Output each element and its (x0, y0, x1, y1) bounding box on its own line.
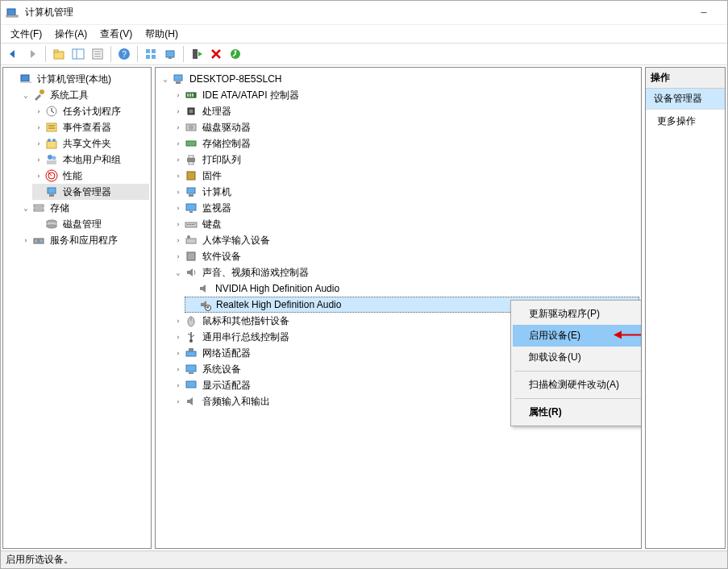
tree-disk-mgmt[interactable]: 磁盘管理 (32, 216, 149, 232)
tree-label: 磁盘管理 (61, 217, 103, 232)
minimize-button[interactable]: ─ (685, 1, 722, 25)
expand-icon[interactable]: › (173, 123, 183, 132)
tree-ide-controllers[interactable]: ›IDE ATA/ATAPI 控制器 (172, 87, 639, 103)
tree-nvidia-audio[interactable]: NVIDIA High Definition Audio (185, 280, 639, 297)
ctx-properties[interactable]: 属性(R) (513, 401, 642, 423)
ctx-enable-device[interactable]: 启用设备(E) (513, 325, 642, 347)
ctx-uninstall[interactable]: 卸载设备(U) (513, 347, 642, 368)
uninstall-button[interactable] (207, 45, 225, 63)
svg-rect-20 (21, 75, 29, 81)
tree-label: 存储控制器 (201, 136, 252, 152)
monitor-icon (185, 201, 198, 214)
ctx-update-driver[interactable]: 更新驱动程序(P) (513, 303, 642, 325)
expand-icon[interactable]: › (173, 90, 183, 100)
forward-button[interactable] (23, 45, 41, 63)
expand-icon[interactable]: › (34, 123, 44, 132)
menu-help[interactable]: 帮助(H) (139, 26, 185, 43)
tree-local-users[interactable]: ›本地用户和组 (32, 152, 149, 168)
tree-shared-folders[interactable]: ›共享文件夹 (32, 135, 149, 152)
show-hide-tree-button[interactable] (69, 45, 87, 63)
tree-hid[interactable]: ›人体学输入设备 (172, 232, 639, 248)
actions-selected-node[interactable]: 设备管理器 (646, 89, 725, 110)
cpu-icon (185, 105, 198, 118)
tree-sound-controllers[interactable]: ⌄ 声音、视频和游戏控制器 (172, 264, 639, 280)
expand-icon[interactable]: › (173, 219, 183, 229)
back-button[interactable] (4, 45, 22, 63)
tree-computers[interactable]: ›计算机 (172, 184, 639, 200)
firmware-icon (185, 169, 198, 182)
expand-icon[interactable]: › (173, 171, 183, 181)
tree-services-apps[interactable]: ›服务和应用程序 (19, 232, 149, 248)
expand-icon[interactable]: › (34, 155, 44, 164)
actions-more-link[interactable]: 更多操作 (646, 110, 725, 133)
svg-rect-30 (47, 160, 56, 164)
hid-icon (185, 234, 198, 247)
tree-disk-drives[interactable]: ›磁盘驱动器 (172, 119, 639, 135)
expand-icon[interactable]: › (21, 235, 31, 245)
expand-icon[interactable]: › (173, 106, 183, 116)
ctx-scan-hardware[interactable]: 扫描检测硬件改动(A) (513, 374, 642, 396)
svg-rect-67 (193, 224, 194, 225)
expand-icon[interactable]: › (173, 251, 183, 261)
svg-point-40 (47, 225, 56, 228)
tree-label: 计算机 (201, 185, 233, 200)
tree-print-queues[interactable]: ›打印队列 (172, 152, 639, 168)
audio-io-icon (185, 395, 198, 408)
expand-icon[interactable]: › (173, 187, 183, 197)
tree-computer-root[interactable]: ⌄ DESKTOP-8E5SLCH (159, 71, 639, 87)
enable-device-button[interactable] (188, 45, 206, 63)
svg-point-69 (187, 235, 190, 239)
expand-icon[interactable]: › (173, 380, 183, 390)
expand-icon[interactable]: › (34, 139, 44, 148)
expand-icon[interactable]: › (34, 171, 44, 181)
tree-performance[interactable]: ›性能 (32, 168, 149, 184)
view-button[interactable] (142, 45, 160, 63)
tree-system-tools[interactable]: ⌄ 系统工具 (19, 87, 149, 103)
expand-icon[interactable]: › (173, 332, 183, 342)
svg-rect-58 (187, 188, 195, 193)
tree-label: Realtek High Definition Audio (214, 298, 343, 311)
expand-icon[interactable]: › (173, 139, 183, 148)
tree-monitors[interactable]: ›监视器 (172, 200, 639, 216)
tree-keyboards[interactable]: ›键盘 (172, 216, 639, 232)
help-button[interactable]: ? (115, 45, 133, 63)
tree-event-viewer[interactable]: ›事件查看器 (32, 119, 149, 135)
tree-software-devices[interactable]: ›软件设备 (172, 248, 639, 264)
expand-icon[interactable]: › (173, 316, 183, 326)
collapse-icon[interactable]: ⌄ (21, 90, 31, 100)
tree-task-scheduler[interactable]: ›任务计划程序 (32, 103, 149, 119)
collapse-icon[interactable]: ⌄ (21, 203, 31, 213)
tree-label: 任务计划程序 (61, 104, 123, 119)
collapse-icon[interactable]: ⌄ (173, 268, 183, 277)
svg-rect-34 (48, 188, 56, 193)
expand-icon[interactable]: › (173, 348, 183, 358)
menu-action[interactable]: 操作(A) (48, 26, 94, 43)
update-driver-button[interactable] (161, 45, 179, 63)
tree-label: 磁盘驱动器 (201, 120, 252, 135)
expand-icon[interactable]: › (173, 155, 183, 164)
tree-storage[interactable]: ⌄ 存储 (19, 200, 149, 216)
up-button[interactable] (50, 45, 68, 63)
annotation-arrow-icon (614, 330, 642, 342)
expand-icon[interactable]: › (173, 364, 183, 374)
svg-rect-17 (168, 57, 172, 59)
software-icon (185, 250, 198, 263)
menu-view[interactable]: 查看(V) (94, 26, 139, 43)
tree-storage-controllers[interactable]: ›存储控制器 (172, 135, 639, 152)
expand-icon[interactable]: › (173, 203, 183, 213)
properties-button[interactable] (89, 45, 106, 63)
tree-firmware[interactable]: ›固件 (172, 168, 639, 184)
scan-hardware-button[interactable] (227, 45, 244, 63)
svg-rect-0 (7, 9, 15, 15)
tree-label: 显示适配器 (201, 378, 252, 393)
collapse-icon[interactable]: ⌄ (160, 74, 170, 84)
tree-device-manager[interactable]: 设备管理器 (32, 184, 149, 200)
tree-root-computer-mgmt[interactable]: 计算机管理(本地) (6, 71, 149, 87)
tree-processors[interactable]: ›处理器 (172, 103, 639, 119)
menu-bar: 文件(F) 操作(A) 查看(V) 帮助(H) (1, 25, 727, 43)
expand-icon[interactable]: › (34, 106, 44, 116)
computer-mgmt-icon (19, 73, 32, 85)
menu-file[interactable]: 文件(F) (4, 26, 48, 43)
expand-icon[interactable]: › (173, 235, 183, 245)
expand-icon[interactable]: › (173, 397, 183, 406)
